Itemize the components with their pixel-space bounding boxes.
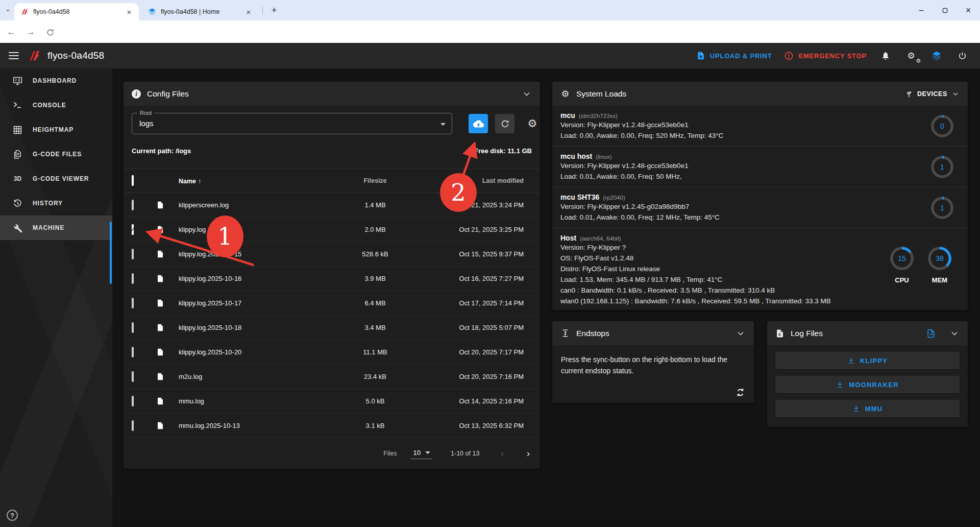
endstops-header[interactable]: Endstops — [552, 321, 754, 345]
mem-gauge: 38 MEM — [928, 247, 951, 284]
column-header-filesize[interactable]: Filesize — [332, 177, 419, 184]
row-checkbox[interactable] — [132, 224, 134, 235]
upload-print-button[interactable]: UPLOAD & PRINT — [696, 51, 772, 60]
select-caret-icon — [440, 123, 446, 126]
sidebar-item-console[interactable]: CONSOLE — [0, 93, 112, 117]
current-path-label: Current path: /logs — [132, 147, 191, 155]
table-row[interactable]: klippy.log.2025-10-18 3.4 MB Oct 18, 202… — [124, 316, 540, 340]
mcu-name: mcu SHT36 — [560, 193, 599, 201]
devices-button[interactable]: DEVICES — [905, 90, 960, 98]
row-checkbox[interactable] — [132, 347, 134, 357]
cpu-gauge-label: CPU — [895, 276, 909, 284]
tab-close-icon[interactable]: × — [244, 7, 253, 16]
next-page-icon[interactable]: › — [527, 448, 530, 459]
config-files-header[interactable]: i Config Files — [124, 82, 540, 106]
file-size: 3.9 MB — [332, 275, 419, 282]
table-row[interactable]: mmu.log.2025-10-13 3.1 kB Oct 13, 2025 6… — [124, 414, 540, 438]
download-klippy-button[interactable]: KLIPPY — [775, 352, 960, 369]
file-icon — [156, 225, 164, 234]
mcu-load: Load: 0.00, Awake: 0.00, Freq: 520 MHz, … — [560, 130, 906, 141]
log-files-header[interactable]: Log Files — [767, 321, 968, 345]
window-minimize-button[interactable]: – — [910, 0, 933, 20]
file-edit-icon — [775, 329, 785, 338]
table-row[interactable]: mmu.log 5.0 kB Oct 14, 2025 2:16 PM — [124, 389, 540, 414]
forward-icon[interactable]: → — [24, 26, 37, 38]
mcu-load-gauge: 1 — [931, 197, 953, 219]
file-size: 3.4 MB — [332, 324, 419, 331]
row-checkbox[interactable] — [132, 200, 134, 210]
select-all-checkbox[interactable] — [132, 175, 134, 186]
sidebar-item-machine[interactable]: MACHINE — [0, 215, 112, 240]
upload-cloud-button[interactable] — [469, 114, 488, 133]
sidebar-item-gcode-files[interactable]: G-CODE FILES — [0, 142, 112, 166]
window-maximize-button[interactable] — [933, 0, 957, 20]
tab-close-icon[interactable]: × — [125, 7, 134, 16]
notifications-bell-icon[interactable] — [879, 49, 892, 62]
row-checkbox[interactable] — [132, 420, 134, 431]
row-checkbox[interactable] — [132, 371, 134, 382]
download-moonraker-button[interactable]: MOONRAKER — [775, 376, 960, 393]
file-sync-icon[interactable] — [926, 328, 936, 339]
mcu-chip: (rp2040) — [603, 195, 625, 201]
refresh-button[interactable] — [495, 114, 514, 133]
power-icon[interactable] — [955, 49, 969, 62]
browser-tab-inactive[interactable]: flyos-0a4d58 | Home × — [142, 3, 258, 20]
sidebar-item-heightmap[interactable]: HEIGHTMAP — [0, 117, 112, 142]
previous-page-icon[interactable]: ‹ — [501, 448, 504, 459]
download-mmu-button[interactable]: MMU — [775, 400, 960, 417]
row-checkbox[interactable] — [132, 396, 134, 406]
row-checkbox[interactable] — [132, 249, 134, 259]
tab-divider — [262, 7, 263, 15]
flyos-logo[interactable] — [27, 49, 41, 63]
file-size: 5.0 kB — [332, 397, 419, 405]
cloud-upload-icon — [473, 118, 484, 129]
sidebar-item-gcode-viewer[interactable]: 3D G-CODE VIEWER — [0, 166, 112, 191]
download-icon — [847, 357, 855, 365]
system-loads-header[interactable]: System Loads DEVICES — [552, 82, 968, 106]
column-header-last-modified[interactable]: Last modified — [419, 177, 532, 184]
emergency-stop-button[interactable]: EMERGENCY STOP — [784, 51, 867, 61]
sidebar-item-history[interactable]: HISTORY — [0, 191, 112, 215]
table-row[interactable]: klipperscreen.log 1.4 MB Oct 21, 2025 3:… — [124, 193, 540, 218]
sidebar-scrollbar[interactable] — [110, 222, 112, 284]
settings-gear-button[interactable]: ⚙ — [523, 114, 542, 133]
new-tab-button[interactable]: + — [267, 4, 281, 17]
back-icon[interactable]: ← — [5, 26, 17, 38]
sync-icon — [735, 387, 746, 398]
host-os: OS: FlyOS-Fast v1.2.48 — [560, 253, 855, 264]
menu-hamburger-icon[interactable] — [9, 52, 19, 59]
settings-cogs-icon[interactable]: ⚙⚙ — [904, 49, 918, 62]
log-button-label: MMU — [865, 405, 883, 413]
mcu-version: Version: Fly-Klipper v1.2.45-g02a98d9bb7 — [560, 201, 906, 212]
table-row[interactable]: klippy.log.2025-10-16 3.9 MB Oct 16, 202… — [124, 267, 540, 291]
row-checkbox[interactable] — [132, 298, 134, 308]
table-row[interactable]: m2u.log 23.4 kB Oct 20, 2025 7:16 PM — [124, 365, 540, 389]
browser-tab-active[interactable]: flyos-0a4d58 × — [14, 3, 139, 20]
fluidd-favicon — [148, 8, 156, 16]
chevron-down-icon[interactable] — [949, 328, 960, 339]
file-icon — [156, 274, 164, 283]
per-page-select[interactable]: 10 — [410, 448, 432, 459]
reload-icon[interactable] — [44, 26, 56, 38]
sidebar-item-label: HEIGHTMAP — [33, 126, 74, 133]
window-close-button[interactable]: × — [957, 0, 980, 20]
file-modified: Oct 21, 2025 3:24 PM — [419, 201, 532, 209]
root-select[interactable]: Root logs — [132, 113, 452, 134]
table-row[interactable]: klippy.log 2.0 MB Oct 21, 2025 3:25 PM — [124, 218, 540, 242]
chevron-down-icon[interactable] — [522, 89, 532, 99]
sidebar-item-dashboard[interactable]: DASHBOARD — [0, 68, 112, 93]
chevron-down-icon[interactable] — [736, 328, 746, 339]
endstops-sync-button[interactable] — [735, 387, 746, 398]
tab-search-icon[interactable]: ⌄ — [5, 5, 11, 13]
file-icon — [156, 396, 164, 406]
table-row[interactable]: klippy.log.2025-10-17 6.4 MB Oct 17, 202… — [124, 291, 540, 316]
row-checkbox[interactable] — [132, 322, 134, 333]
fluidd-layers-icon[interactable] — [930, 49, 943, 62]
row-checkbox[interactable] — [132, 273, 134, 284]
table-row[interactable]: klippy.log.2025-10-20 11.1 MB Oct 20, 20… — [124, 340, 540, 365]
sidebar-nav: DASHBOARD CONSOLE HEIGHTMAP G-CODE FILES… — [0, 68, 112, 527]
column-header-name[interactable]: Name↑ — [179, 176, 332, 185]
help-icon[interactable]: ? — [7, 510, 18, 521]
table-row[interactable]: klippy.log.2025-10-15 528.6 kB Oct 15, 2… — [124, 242, 540, 267]
endstops-panel: Endstops Press the sync-button on the ri… — [552, 321, 754, 403]
